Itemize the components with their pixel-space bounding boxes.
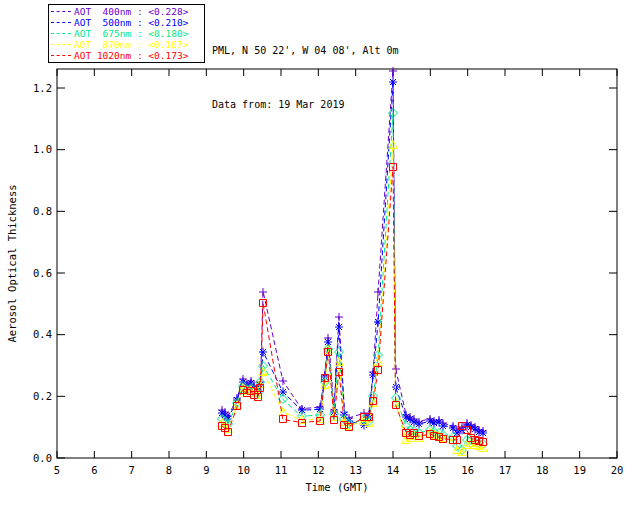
x-tick-label: 9: [203, 464, 209, 476]
legend-box: AOT 400nm : <0.228> AOT 500nm : <0.210> …: [48, 4, 205, 63]
y-tick-label: 0.2: [33, 390, 52, 402]
x-tick-label: 19: [573, 464, 586, 476]
legend-entry-675nm: AOT 675nm : <0.180>: [51, 28, 204, 39]
y-tick-label: 0.6: [33, 267, 52, 279]
x-axis-label: Time (GMT): [305, 481, 368, 493]
legend-label: AOT 400nm : <0.228>: [74, 6, 188, 17]
series-aot-675nm: [218, 109, 488, 455]
diamond-markers: [218, 109, 488, 455]
x-tick-label: 18: [536, 464, 549, 476]
legend-dash-icon: [51, 44, 71, 45]
x-tick-label: 14: [387, 464, 400, 476]
x-tick-label: 5: [54, 464, 60, 476]
y-tick-label: 0.0: [33, 452, 52, 464]
x-tick-label: 11: [275, 464, 288, 476]
series-line: [222, 145, 483, 452]
x-tick-label: 13: [349, 464, 362, 476]
legend-dash-icon: [51, 11, 71, 12]
legend-label: AOT 500nm : <0.210>: [74, 17, 188, 28]
series-aot-870nm: [218, 141, 487, 456]
triangle-markers: [218, 141, 487, 456]
x-tick-label: 10: [237, 464, 250, 476]
x-tick-label: 6: [91, 464, 97, 476]
legend-entry-400nm: AOT 400nm : <0.228>: [51, 6, 204, 17]
x-tick-label: 17: [499, 464, 512, 476]
y-axis-label: Aerosol Optical Thickness: [6, 184, 18, 342]
legend-dash-icon: [51, 33, 71, 34]
title-block: PML, N 50 22', W 04 08', Alt 0m Data fro…: [212, 6, 399, 150]
legend-label: AOT 675nm : <0.180>: [74, 28, 188, 39]
legend-entry-870nm: AOT 870nm : <0.167>: [51, 39, 204, 50]
station-title: PML, N 50 22', W 04 08', Alt 0m: [212, 42, 399, 60]
y-tick-label: 0.4: [33, 328, 52, 340]
legend-label: AOT 1020nm : <0.173>: [74, 50, 188, 61]
square-markers: [219, 164, 487, 446]
x-tick-label: 20: [611, 464, 624, 476]
y-tick-label: 0.8: [33, 205, 52, 217]
legend-dash-icon: [51, 22, 71, 23]
legend-label: AOT 870nm : <0.167>: [74, 39, 188, 50]
legend-entry-500nm: AOT 500nm : <0.210>: [51, 17, 204, 28]
x-tick-label: 16: [461, 464, 474, 476]
legend-dash-icon: [51, 55, 71, 56]
x-tick-label: 12: [312, 464, 325, 476]
y-tick-label: 1.2: [33, 82, 52, 94]
x-tick-label: 8: [166, 464, 172, 476]
y-tick-label: 1.0: [33, 143, 52, 155]
date-subtitle: Data from: 19 Mar 2019: [212, 96, 399, 114]
x-tick-label: 7: [129, 464, 135, 476]
x-tick-label: 15: [424, 464, 437, 476]
aot-plot-window: 5678910111213141516171819200.00.20.40.60…: [0, 0, 640, 512]
legend-entry-1020nm: AOT 1020nm : <0.173>: [51, 50, 204, 61]
series-aot-1020nm: [219, 164, 487, 446]
